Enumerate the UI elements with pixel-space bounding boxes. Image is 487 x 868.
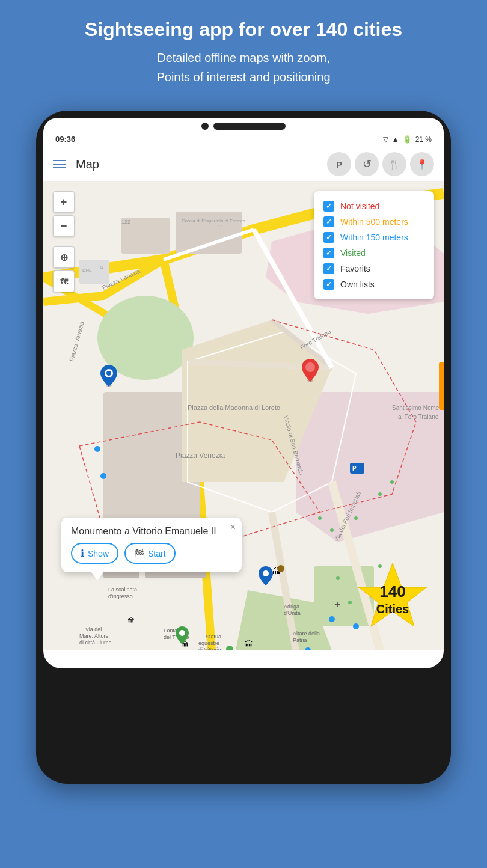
svg-point-73: [378, 492, 382, 496]
svg-point-76: [106, 371, 111, 376]
filter-within-150[interactable]: Within 150 meters: [323, 230, 424, 245]
status-bar: 09:36 ▽ ▲ 🔋 21 %: [43, 132, 444, 147]
phone-frame: 09:36 ▽ ▲ 🔋 21 % Map P: [36, 111, 451, 784]
filter-visited[interactable]: Visited: [323, 245, 424, 261]
notch-pill: [213, 123, 286, 130]
poi-pin-red[interactable]: [302, 359, 319, 384]
filter-own-lists[interactable]: Own lists: [323, 277, 424, 292]
location-button[interactable]: 📍: [410, 152, 434, 176]
notch-bar: [43, 118, 444, 132]
layers-icon: 🗺: [60, 277, 68, 286]
svg-point-35: [277, 565, 284, 572]
filter-label-own-lists: Own lists: [340, 280, 375, 289]
svg-text:Santissimo Nome di Maria: Santissimo Nome di Maria: [392, 405, 444, 411]
cities-badge: 140 Cities: [354, 560, 432, 638]
location-crosshair-icon: ⊕: [60, 252, 68, 263]
star-number: 140: [376, 583, 409, 602]
menu-button[interactable]: [53, 160, 66, 168]
my-location-button[interactable]: ⊕: [53, 246, 75, 268]
svg-point-69: [330, 528, 334, 532]
star-label: Cities: [376, 602, 409, 616]
main-title: Sightseeing app for over 140 cities: [85, 18, 402, 41]
app-bar-left: Map: [53, 157, 99, 171]
phone-wrapper: 09:36 ▽ ▲ 🔋 21 % Map P: [36, 111, 451, 784]
show-label: Show: [88, 549, 109, 558]
checkbox-own-lists[interactable]: [323, 279, 334, 290]
svg-text:P: P: [352, 465, 357, 472]
svg-text:$: $: [100, 264, 103, 270]
subtitle-line2: Points of interest and positioning: [85, 67, 402, 87]
poi-show-button[interactable]: ℹ Show: [71, 543, 118, 564]
poi-pin-green[interactable]: [176, 626, 189, 647]
poi-pin-blue-2[interactable]: [259, 566, 273, 588]
zoom-out-button[interactable]: −: [53, 215, 75, 237]
poi-start-button[interactable]: 🏁 Start: [124, 543, 176, 564]
svg-text:BNL: BNL: [82, 267, 92, 273]
svg-text:Altare della: Altare della: [293, 631, 320, 637]
popup-close-button[interactable]: ×: [230, 522, 236, 532]
battery-icon: 🔋: [403, 135, 412, 144]
notch-center: [201, 123, 286, 130]
svg-text:di città Fiume: di città Fiume: [79, 640, 112, 646]
svg-text:Statua: Statua: [206, 634, 221, 640]
svg-point-72: [390, 480, 394, 484]
svg-text:🏛: 🏛: [245, 640, 253, 649]
history-icon: ↺: [363, 157, 372, 171]
svg-text:Via del: Via del: [85, 626, 102, 632]
svg-text:di Vittorio: di Vittorio: [198, 647, 221, 650]
filter-label-visited: Visited: [340, 248, 366, 258]
app-bar-right: P ↺ 🍴 📍: [327, 152, 434, 176]
filter-not-visited[interactable]: Not visited: [323, 198, 424, 214]
svg-point-58: [94, 446, 100, 452]
svg-text:equestre: equestre: [198, 640, 219, 646]
svg-text:🏛: 🏛: [127, 617, 135, 625]
svg-point-66: [348, 601, 352, 604]
filter-label-within-150: Within 150 meters: [340, 233, 408, 242]
svg-text:d'Unità: d'Unità: [284, 610, 301, 616]
svg-text:Piazza della Madonna di Loreto: Piazza della Madonna di Loreto: [188, 404, 280, 411]
subtitle-line1: Detailed offline maps with zoom,: [85, 48, 402, 67]
svg-point-70: [318, 516, 322, 520]
svg-point-59: [100, 473, 106, 479]
restaurant-icon: 🍴: [388, 159, 400, 170]
svg-point-67: [336, 576, 340, 580]
svg-point-71: [354, 516, 358, 520]
svg-text:Adriga: Adriga: [284, 604, 299, 610]
status-time: 09:36: [55, 135, 75, 144]
poi-buttons: ℹ Show 🏁 Start: [71, 543, 232, 564]
filter-label-favorites: Favorits: [340, 264, 370, 274]
filter-within-500[interactable]: Within 500 meters: [323, 214, 424, 230]
svg-text:122: 122: [121, 219, 130, 225]
app-bar: Map P ↺ 🍴 📍: [43, 147, 444, 182]
filter-label-within-500: Within 500 meters: [340, 217, 408, 227]
map-area[interactable]: Piazza Venezia Piazza Venezia Piazza del…: [43, 182, 444, 650]
filter-label-not-visited: Not visited: [340, 201, 379, 211]
signal-icon: ▲: [392, 135, 399, 144]
filter-panel: Not visited Within 500 meters Within 150…: [314, 191, 434, 299]
history-button[interactable]: ↺: [355, 152, 379, 176]
notch-camera: [201, 123, 209, 130]
svg-point-61: [329, 616, 335, 622]
app-title: Map: [76, 157, 99, 171]
svg-point-81: [263, 570, 269, 576]
parking-icon: P: [336, 159, 342, 170]
checkbox-visited[interactable]: [323, 248, 334, 258]
svg-point-78: [305, 362, 315, 372]
star-badge-text: 140 Cities: [376, 583, 409, 616]
layers-button[interactable]: 🗺: [53, 270, 75, 292]
orange-sidebar-handle[interactable]: [439, 362, 444, 410]
checkbox-within-150[interactable]: [323, 232, 334, 243]
zoom-in-button[interactable]: +: [53, 191, 75, 213]
start-label: Start: [148, 549, 166, 558]
restaurant-button[interactable]: 🍴: [382, 152, 406, 176]
checkbox-not-visited[interactable]: [323, 201, 334, 212]
parking-button[interactable]: P: [327, 152, 351, 176]
flag-icon: 🏁: [134, 549, 144, 558]
checkbox-within-500[interactable]: [323, 216, 334, 227]
location-icon: 📍: [416, 159, 428, 170]
filter-favorites[interactable]: Favorits: [323, 261, 424, 277]
svg-text:La scalinata: La scalinata: [108, 587, 137, 593]
current-location-pin[interactable]: [100, 365, 117, 389]
svg-text:Cassa di Risparmio di Ferrara: Cassa di Risparmio di Ferrara: [182, 218, 246, 224]
checkbox-favorites[interactable]: [323, 263, 334, 274]
